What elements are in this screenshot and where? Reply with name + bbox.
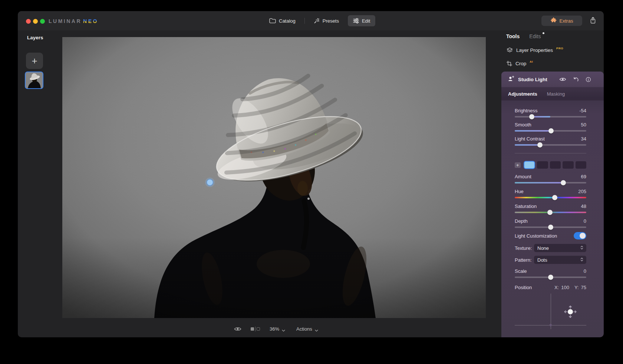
studio-light-title: Studio Light — [518, 77, 547, 82]
slider-handle[interactable] — [529, 114, 534, 119]
light-swatch-selected[interactable] — [524, 161, 535, 169]
ai-badge: AI — [530, 60, 533, 63]
zoom-window-button[interactable] — [40, 19, 45, 24]
zoom-level-dropdown[interactable]: 36% — [270, 326, 285, 332]
position-x-label: X: — [554, 285, 559, 290]
position-pad[interactable] — [515, 291, 586, 331]
tab-catalog[interactable]: Catalog — [264, 15, 301, 26]
slider-amount: Amount69 — [515, 173, 586, 183]
add-layer-button[interactable]: + — [26, 53, 43, 69]
share-button[interactable] — [588, 16, 598, 26]
light-customization-row: Light Customization — [515, 232, 586, 239]
close-window-button[interactable] — [26, 19, 31, 24]
pattern-row: Pattern: Dots — [515, 256, 586, 264]
texture-dropdown[interactable]: None — [534, 244, 586, 252]
mode-tabs: Catalog Presets — [264, 15, 375, 26]
pattern-label: Pattern: — [515, 257, 534, 263]
light-swatch-empty[interactable] — [537, 161, 548, 169]
portrait-sparkle-icon — [508, 76, 514, 83]
minimize-window-button[interactable] — [33, 19, 38, 24]
tool-crop[interactable]: Crop AI — [507, 61, 533, 66]
tab-edits[interactable]: Edits — [529, 33, 541, 39]
position-y-label: Y: — [574, 285, 579, 290]
slider-value: 50 — [581, 122, 586, 128]
layer-thumbnail[interactable] — [25, 72, 43, 89]
slider-label: Light Contrast — [515, 136, 545, 142]
chevron-down-icon — [282, 327, 285, 331]
tab-tools[interactable]: Tools — [506, 33, 520, 39]
slider-value: 34 — [581, 136, 586, 142]
slider-depth: Depth0 — [515, 218, 586, 228]
light-swatch-empty[interactable] — [576, 161, 586, 169]
light-position-dot — [205, 178, 215, 187]
slider-value: 48 — [581, 203, 586, 209]
extras-button[interactable]: Extras — [541, 16, 582, 26]
sliders-icon — [353, 18, 359, 23]
slider-light-contrast: Light Contrast34 — [515, 135, 586, 146]
panel-visibility-eye-button[interactable] — [559, 77, 566, 82]
layers-stack-icon — [507, 47, 513, 53]
texture-value: None — [537, 245, 580, 251]
slider-handle[interactable] — [537, 142, 543, 148]
right-panel-tabs: Tools Edits — [506, 33, 541, 39]
slider-label: Scale — [515, 268, 527, 274]
light-swatch-empty[interactable] — [563, 161, 573, 169]
app-logo: LUMINARNEO — [49, 18, 98, 24]
move-handle-icon[interactable] — [562, 304, 578, 320]
slider-brightness: Brightness-54 — [515, 107, 586, 118]
presets-sparkle-icon — [314, 18, 320, 24]
slider-track[interactable] — [515, 182, 586, 183]
slider-value: -54 — [579, 108, 586, 113]
position-x-value: 100 — [561, 285, 569, 290]
slider-handle[interactable] — [548, 275, 553, 280]
slider-handle[interactable] — [548, 128, 554, 133]
slider-label: Smooth — [515, 122, 531, 128]
pattern-dropdown[interactable]: Dots — [534, 256, 586, 264]
tab-masking[interactable]: Masking — [547, 91, 565, 97]
compare-icon[interactable] — [251, 327, 260, 331]
slider-track[interactable] — [515, 277, 586, 278]
chevron-updown-icon — [580, 257, 584, 263]
preview-eye-button[interactable] — [234, 326, 242, 332]
studio-light-tabs: Adjustments Masking — [501, 87, 604, 100]
slider-track[interactable] — [515, 116, 586, 118]
slider-handle[interactable] — [561, 180, 566, 185]
actions-dropdown[interactable]: Actions — [296, 326, 318, 332]
photo-canvas[interactable] — [62, 37, 486, 318]
section-divider — [515, 153, 586, 153]
slider-track[interactable] — [515, 226, 586, 228]
slider-track[interactable] — [515, 144, 586, 146]
tab-adjustments[interactable]: Adjustments — [508, 91, 537, 97]
puzzle-icon — [551, 17, 557, 24]
plus-icon: + — [516, 163, 519, 168]
slider-value: 0 — [584, 268, 586, 274]
slider-track[interactable] — [515, 212, 586, 213]
slider-label: Brightness — [515, 108, 537, 113]
slider-value: 205 — [578, 189, 586, 194]
canvas-bottom-bar: 36% Actions — [234, 323, 318, 334]
position-label: Position — [515, 285, 549, 290]
tab-edit[interactable]: Edit — [348, 15, 375, 26]
slider-track[interactable] — [515, 130, 586, 132]
pro-badge: PRO — [556, 47, 563, 50]
slider-track[interactable] — [515, 197, 586, 198]
slider-handle[interactable] — [547, 210, 553, 215]
slider-handle[interactable] — [552, 195, 557, 200]
slider-handle[interactable] — [548, 225, 553, 230]
add-light-button[interactable]: + — [515, 162, 521, 168]
slider-label: Saturation — [515, 203, 537, 209]
light-customization-toggle[interactable] — [574, 232, 586, 239]
slider-value: 69 — [581, 174, 586, 179]
slider-label: Hue — [515, 189, 524, 194]
light-swatch-empty[interactable] — [550, 161, 561, 169]
slider-saturation: Saturation48 — [515, 203, 586, 213]
tool-layer-properties[interactable]: Layer Properties PRO — [507, 47, 563, 53]
share-icon — [590, 17, 596, 26]
slider-label: Amount — [515, 174, 531, 179]
tab-presets[interactable]: Presets — [309, 15, 344, 26]
position-y-value: 75 — [581, 285, 586, 290]
info-icon[interactable] — [586, 77, 591, 82]
undo-icon[interactable] — [573, 77, 579, 82]
chevron-updown-icon — [580, 245, 584, 251]
studio-light-panel: Studio Light — [501, 72, 604, 337]
